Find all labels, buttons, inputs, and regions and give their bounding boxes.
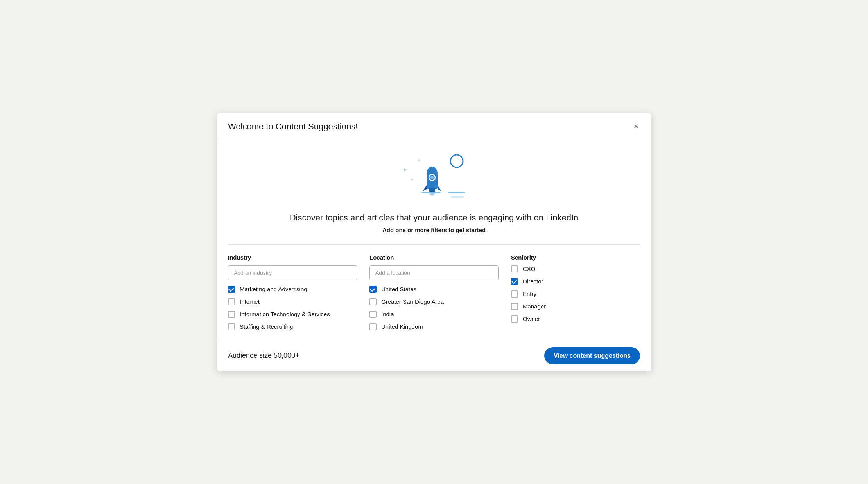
svg-rect-14 [429,188,435,192]
checkbox-internet[interactable] [228,298,235,305]
audience-size: Audience size 50,000+ [228,351,299,360]
checkbox-label-owner: Owner [523,315,540,322]
location-input[interactable] [369,265,499,280]
checkbox-manager[interactable] [511,303,518,310]
checkbox-item-india[interactable]: India [369,311,499,318]
svg-point-3 [450,155,463,167]
content-suggestions-modal: Welcome to Content Suggestions! × + + + [217,113,651,371]
checkbox-label-it: Information Technology & Services [240,311,330,317]
checkbox-label-sandiego: Greater San Diego Area [381,298,444,305]
checkbox-director[interactable] [511,278,518,285]
seniority-checkboxes: CXODirectorEntryManagerOwner [511,265,640,323]
checkbox-marketing[interactable] [228,286,235,293]
modal-title: Welcome to Content Suggestions! [228,122,358,132]
checkbox-india[interactable] [369,311,377,318]
checkbox-label-director: Director [523,278,543,285]
checkbox-item-cxo[interactable]: CXO [511,265,640,272]
checkbox-cxo[interactable] [511,265,518,272]
checkbox-us[interactable] [369,286,377,293]
checkbox-label-cxo: CXO [523,265,536,272]
subheadline: Add one or more filters to get started [228,227,640,233]
location-column: Location United StatesGreater San Diego … [369,254,511,330]
checkbox-item-it[interactable]: Information Technology & Services [228,311,357,318]
checkbox-item-marketing[interactable]: Marketing and Advertising [228,286,357,293]
svg-point-11 [430,176,434,179]
checkbox-label-internet: Internet [240,298,260,305]
checkbox-label-india: India [381,311,394,317]
modal-header: Welcome to Content Suggestions! × [217,113,651,139]
checkbox-staffing[interactable] [228,323,235,330]
checkbox-label-staffing: Staffing & Recruiting [240,323,293,330]
checkbox-item-owner[interactable]: Owner [511,315,640,323]
checkbox-label-uk: United Kingdom [381,323,423,330]
checkbox-sandiego[interactable] [369,298,377,305]
industry-column: Industry Marketing and AdvertisingIntern… [228,254,369,330]
industry-label: Industry [228,254,357,261]
headline: Discover topics and articles that your a… [228,213,640,223]
close-button[interactable]: × [632,121,640,133]
checkbox-item-uk[interactable]: United Kingdom [369,323,499,330]
checkbox-item-internet[interactable]: Internet [228,298,357,305]
industry-input[interactable] [228,265,357,280]
svg-marker-12 [423,185,427,191]
seniority-column: Seniority CXODirectorEntryManagerOwner [511,254,640,330]
checkbox-item-entry[interactable]: Entry [511,290,640,298]
checkbox-item-manager[interactable]: Manager [511,303,640,310]
rocket-illustration: + + + [391,150,477,205]
industry-checkboxes: Marketing and AdvertisingInternetInforma… [228,286,357,330]
location-checkboxes: United StatesGreater San Diego AreaIndia… [369,286,499,330]
checkbox-label-manager: Manager [523,303,546,310]
svg-text:+: + [411,177,413,183]
checkbox-uk[interactable] [369,323,377,330]
filters-row: Industry Marketing and AdvertisingIntern… [228,244,640,340]
checkbox-item-staffing[interactable]: Staffing & Recruiting [228,323,357,330]
checkbox-label-us: United States [381,286,416,292]
checkbox-item-director[interactable]: Director [511,278,640,285]
view-suggestions-button[interactable]: View content suggestions [544,347,640,364]
checkbox-item-sandiego[interactable]: Greater San Diego Area [369,298,499,305]
checkbox-item-us[interactable]: United States [369,286,499,293]
location-label: Location [369,254,499,261]
checkbox-label-marketing: Marketing and Advertising [240,286,307,292]
modal-body: + + + [217,139,651,340]
modal-footer: Audience size 50,000+ View content sugge… [217,340,651,371]
checkbox-owner[interactable] [511,315,518,323]
seniority-label: Seniority [511,254,640,261]
svg-text:+: + [418,157,421,163]
svg-text:+: + [403,166,406,173]
checkbox-label-entry: Entry [523,290,536,297]
checkbox-entry[interactable] [511,290,518,298]
illustration: + + + [228,150,640,205]
checkbox-it[interactable] [228,311,235,318]
svg-marker-13 [438,185,441,191]
